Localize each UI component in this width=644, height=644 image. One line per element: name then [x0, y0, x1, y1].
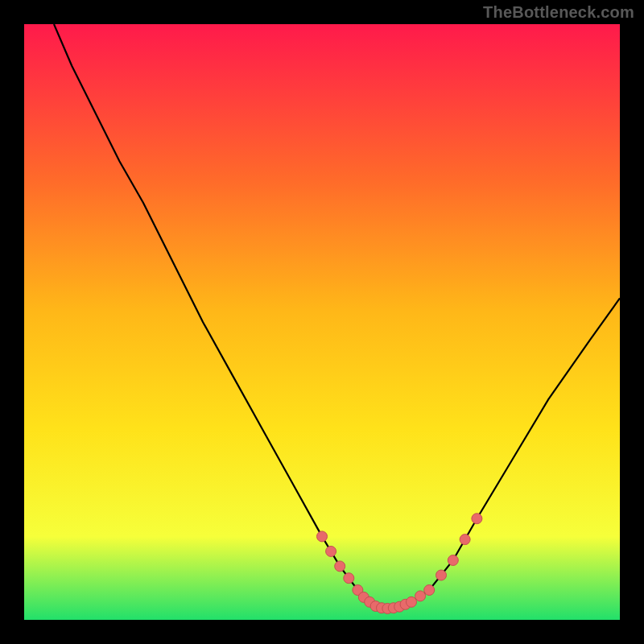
curve-marker	[472, 514, 482, 524]
curve-marker	[335, 561, 345, 572]
chart-frame: TheBottleneck.com	[0, 0, 644, 644]
curve-marker	[344, 573, 354, 584]
curve-marker	[326, 546, 336, 556]
chart-plot-area	[24, 24, 620, 620]
curve-marker	[448, 555, 458, 566]
curve-marker	[460, 535, 470, 545]
curve-marker	[415, 591, 426, 601]
curve-marker	[424, 585, 435, 596]
curve-marker	[317, 531, 328, 542]
watermark-text: TheBottleneck.com	[483, 3, 634, 22]
curve-marker	[436, 570, 447, 580]
gradient-background	[24, 24, 620, 620]
chart-svg	[24, 24, 620, 620]
curve-marker	[407, 597, 417, 607]
